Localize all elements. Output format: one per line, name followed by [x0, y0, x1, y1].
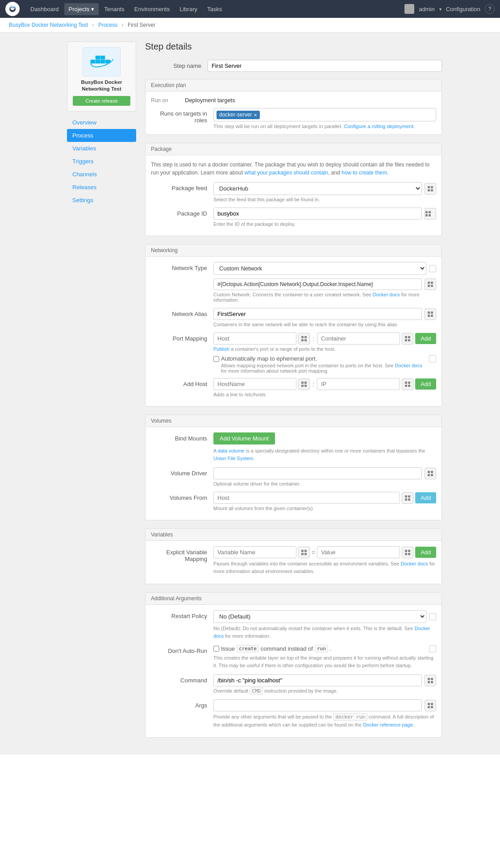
network-hint: Custom Network: Connects the container t… [213, 292, 436, 303]
sidebar-item-overview[interactable]: Overview [67, 116, 136, 129]
port-container-icon[interactable] [402, 333, 413, 345]
volumes-from-label: Volumes From [151, 492, 213, 501]
volumes-from-icon[interactable] [402, 492, 413, 504]
sidebar-item-releases[interactable]: Releases [67, 181, 136, 194]
add-volume-button[interactable]: Add Volume Mount [213, 432, 275, 444]
union-fs-link[interactable]: Union File System [213, 456, 253, 461]
sidebar-item-settings[interactable]: Settings [67, 194, 136, 207]
nav-library[interactable]: Library [175, 3, 202, 15]
network-value-icon[interactable] [425, 278, 436, 290]
svg-rect-24 [431, 315, 433, 317]
nav-projects[interactable]: Projects ▾ [64, 3, 99, 15]
nav-configuration[interactable]: Configuration [446, 6, 480, 12]
tag-close-icon[interactable]: × [254, 112, 257, 118]
autorun-checkbox[interactable] [213, 646, 219, 652]
bind-mounts-label: Bind Mounts [151, 432, 213, 442]
host-ip-input[interactable] [317, 378, 400, 390]
packages-link1[interactable]: what your packages should contain [244, 170, 328, 176]
nav-admin[interactable]: admin [419, 6, 434, 12]
network-value-input[interactable] [213, 278, 422, 290]
nav-dashboard[interactable]: Dashboard [26, 3, 63, 15]
host-ip-icon[interactable] [402, 378, 413, 390]
command-input[interactable] [213, 674, 422, 686]
args-input[interactable] [213, 699, 422, 711]
package-feed-icon[interactable] [425, 183, 436, 195]
var-add-button[interactable]: Add [415, 547, 436, 558]
step-name-input[interactable] [208, 60, 442, 72]
svg-rect-44 [431, 474, 433, 476]
svg-rect-12 [431, 189, 433, 191]
volumes-from-input[interactable] [213, 492, 400, 504]
tag-input[interactable]: docker-server × [213, 108, 436, 121]
restart-policy-checkbox[interactable] [429, 613, 436, 620]
port-host-icon[interactable] [298, 333, 310, 345]
package-feed-select[interactable]: DockerHub [213, 182, 422, 195]
port-container-input[interactable] [317, 332, 400, 345]
volume-driver-icon[interactable] [425, 468, 436, 479]
svg-rect-38 [408, 382, 410, 384]
rolling-deployment-link[interactable]: Configure a rolling deployment. [344, 124, 415, 129]
svg-rect-14 [429, 211, 431, 213]
restart-policy-select[interactable]: No (Default) Always On Failure Unless St… [213, 610, 426, 623]
svg-rect-22 [431, 311, 433, 314]
var-name-icon[interactable] [298, 547, 310, 558]
auto-map-checkbox2[interactable] [429, 355, 436, 362]
network-type-checkbox[interactable] [429, 265, 436, 272]
host-hint: Adds a line to /etc/hosts [213, 392, 436, 397]
nav-tenants[interactable]: Tenants [100, 3, 129, 15]
args-code: docker run [333, 713, 367, 721]
autorun-outer-checkbox[interactable] [429, 645, 436, 652]
networking-section-header: Networking [146, 245, 442, 257]
package-id-input[interactable] [213, 208, 422, 220]
nav-tasks[interactable]: Tasks [203, 3, 226, 15]
page-title: Step details [145, 42, 442, 52]
volume-driver-label: Volume Driver [151, 467, 213, 477]
volume-driver-input[interactable] [213, 467, 422, 479]
nav-avatar [404, 4, 414, 14]
data-volume-link[interactable]: data volume [218, 448, 245, 453]
sidebar-item-channels[interactable]: Channels [67, 168, 136, 181]
breadcrumb-process[interactable]: Process [98, 22, 117, 28]
sidebar-item-variables[interactable]: Variables [67, 142, 136, 155]
var-name-input[interactable] [213, 546, 296, 558]
network-alias-icon[interactable] [425, 308, 436, 320]
svg-rect-33 [301, 382, 304, 384]
port-add-button[interactable]: Add [415, 333, 436, 344]
var-value-icon[interactable] [402, 547, 413, 558]
auto-map-hint: Allows mapping exposed network port in t… [221, 363, 427, 374]
docker-ref-link[interactable]: Docker reference page [363, 722, 413, 727]
package-section-header: Package [146, 143, 442, 155]
package-id-icon[interactable] [425, 208, 436, 220]
svg-rect-5 [96, 56, 100, 59]
bind-hint: A data volume is a specially-designated … [213, 447, 436, 462]
svg-rect-11 [428, 189, 430, 191]
auto-map-link[interactable]: Docker docs [395, 363, 422, 368]
svg-rect-63 [428, 706, 430, 708]
network-alias-input[interactable] [213, 308, 422, 320]
args-icon[interactable] [425, 700, 436, 711]
command-icon[interactable] [425, 675, 436, 686]
sidebar-item-process[interactable]: Process [67, 129, 136, 142]
packages-link2[interactable]: how to create them [342, 170, 387, 176]
host-hostname-icon[interactable] [298, 378, 310, 390]
nav-help[interactable]: ? [485, 4, 495, 14]
nav-admin-caret[interactable]: ▾ [439, 7, 442, 12]
var-docker-docs-link[interactable]: Docker docs [400, 561, 428, 566]
svg-rect-28 [304, 339, 307, 341]
nav-environments[interactable]: Environments [130, 3, 174, 15]
host-add-button[interactable]: Add [415, 378, 436, 390]
auto-map-checkbox[interactable] [213, 356, 219, 362]
svg-rect-61 [428, 703, 430, 705]
docker-docs-link[interactable]: Docker docs [372, 292, 400, 297]
port-host-input[interactable] [213, 332, 296, 345]
breadcrumb-project[interactable]: BusyBox Docker Networking Test [9, 22, 88, 28]
port-publish-link[interactable]: Publish [213, 346, 229, 352]
svg-rect-9 [428, 186, 430, 188]
network-type-select[interactable]: Custom Network Bridge Host None [213, 262, 426, 275]
volumes-from-add-button[interactable]: Add [415, 492, 436, 503]
sidebar-item-triggers[interactable]: Triggers [67, 155, 136, 168]
role-tag: docker-server × [217, 111, 260, 119]
var-value-input[interactable] [317, 546, 400, 558]
host-hostname-input[interactable] [213, 378, 296, 390]
create-release-button[interactable]: Create release [73, 96, 130, 106]
